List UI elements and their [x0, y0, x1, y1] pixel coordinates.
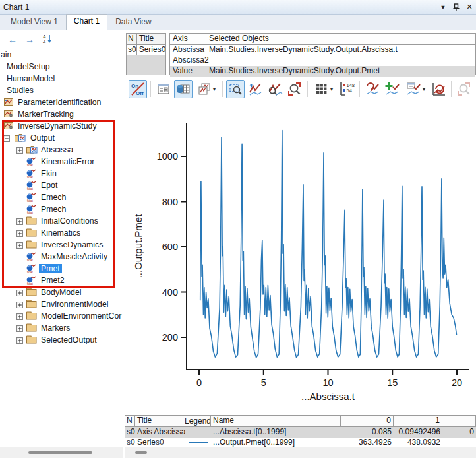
tab-model-view-1[interactable]: Model View 1 — [3, 15, 65, 30]
zoom-in-chart-button[interactable] — [266, 80, 284, 98]
tree-item-modelsetup[interactable]: ModelSetup — [0, 61, 123, 73]
tree-item-label[interactable]: MaxMuscleActivity — [41, 252, 107, 261]
tree-item-label[interactable]: Pmech — [41, 205, 66, 214]
row-value-0: 0.085 — [341, 427, 394, 438]
tree-hscrollbar[interactable] — [0, 447, 123, 458]
expander-plus-icon[interactable] — [16, 313, 23, 322]
tree-item-label[interactable]: HumanModel — [7, 74, 55, 83]
back-arrow-icon[interactable]: ← — [8, 35, 17, 44]
tree-item-maxmuscleactivity[interactable]: floatMaxMuscleActivity — [0, 251, 123, 263]
tree-item-environmentmodel[interactable]: EnvironmentModel — [0, 298, 123, 310]
chevron-down-icon[interactable]: ▼ — [436, 1, 450, 13]
tree-item-pmech[interactable]: floatPmech — [0, 203, 123, 215]
x-tick-label: 10 — [322, 377, 333, 388]
tree-item-label[interactable]: BodyModel — [41, 288, 82, 297]
data-row-0[interactable]: s0Axis Abscissa...Abscissa.t[0..1999]0.0… — [125, 427, 476, 438]
data-table-view-button[interactable] — [174, 80, 193, 98]
add-curve-button[interactable] — [383, 80, 402, 98]
plot-area[interactable] — [187, 123, 469, 370]
tree-item-output[interactable]: Output — [0, 132, 123, 144]
axis-row-value[interactable]: ValueMain.Studies.InverseDynamicStudy.Ou… — [170, 66, 475, 77]
tree-item-label[interactable]: ModelEnvironmentCor — [41, 311, 121, 321]
close-icon[interactable]: ✕ — [463, 1, 476, 13]
tree-item-kinematics[interactable]: Kinematics — [0, 227, 123, 239]
dropdown-arrow-icon[interactable]: ▾ — [330, 86, 333, 92]
forward-arrow-icon[interactable]: → — [25, 35, 34, 44]
zoom-selection-button[interactable] — [226, 80, 245, 98]
chart-properties-button[interactable] — [154, 80, 173, 98]
tree-item-label[interactable]: SelectedOutput — [41, 335, 97, 344]
tree-item-label[interactable]: Pmet2 — [41, 276, 65, 285]
tree-item-selectedoutput[interactable]: SelectedOutput — [0, 334, 123, 346]
expander-plus-icon[interactable] — [16, 337, 23, 346]
axis-row-abscissa[interactable]: AbscissaMain.Studies.InverseDynamicStudy… — [170, 45, 475, 55]
tree-item-label[interactable]: ModelSetup — [7, 62, 50, 71]
expander-plus-icon[interactable] — [16, 218, 23, 227]
tree-item-label[interactable]: ain — [1, 50, 11, 59]
show-values-button[interactable]: 14854 — [338, 80, 356, 98]
chart-windows-button[interactable]: ▾ — [194, 80, 219, 98]
axis-row-abscissa2[interactable]: Abscissa2 — [170, 55, 475, 66]
tree-item-inversedynamics[interactable]: InverseDynamics — [0, 239, 123, 251]
tree-item-label[interactable]: MarkerTracking — [18, 110, 74, 119]
expander-plus-icon[interactable] — [16, 242, 23, 251]
table-hscroll-thumb[interactable] — [135, 451, 147, 454]
tree-item-pmet2[interactable]: floatPmet2 — [0, 275, 123, 286]
tree-item-label[interactable]: Abscissa — [41, 145, 73, 154]
measure-curves-button[interactable] — [363, 80, 382, 98]
table-hscrollbar[interactable] — [125, 447, 476, 458]
dropdown-arrow-icon[interactable]: ▾ — [213, 86, 216, 92]
tab-data-view[interactable]: Data View — [108, 15, 158, 30]
tree-item-initialconditions[interactable]: InitialConditions — [0, 215, 123, 227]
series-row[interactable]: s0 Series0 — [127, 45, 165, 55]
tree-item-markers[interactable]: Markers — [0, 322, 123, 334]
tree-item-label[interactable]: Kinematics — [41, 228, 80, 238]
expander-plus-icon[interactable] — [16, 289, 23, 298]
tree-item-humanmodel[interactable]: HumanModel — [0, 73, 123, 84]
grid-options-button[interactable]: ▾ — [311, 80, 336, 98]
sort-az-icon[interactable]: A Z — [42, 34, 52, 46]
tree-item-ain[interactable]: ain — [0, 49, 123, 61]
tree-item-kinematicerror[interactable]: floatKinematicError — [0, 156, 123, 168]
expander-minus-icon[interactable] — [3, 135, 10, 144]
tree-item-abscissa[interactable]: Abscissa — [0, 144, 123, 156]
tree-item-inversedynamicstudy[interactable]: InverseDynamicStudy — [0, 120, 123, 132]
tree-item-label[interactable]: ParameterIdentification — [18, 98, 101, 107]
tree-item-label[interactable]: InverseDynamicStudy — [18, 121, 97, 131]
series-on-off-button[interactable]: OnOff — [129, 80, 147, 98]
tree-item-label[interactable]: InitialConditions — [41, 216, 98, 226]
tree-item-label[interactable]: Studies — [7, 86, 34, 95]
tree-item-ekin[interactable]: floatEkin — [0, 168, 123, 180]
expander-plus-icon[interactable] — [16, 230, 23, 239]
pan-chart-button[interactable] — [246, 80, 264, 98]
tree-item-label[interactable]: InverseDynamics — [41, 240, 103, 249]
tab-chart-1[interactable]: Chart 1 — [66, 14, 107, 30]
tree-item-modelenvironmentcor[interactable]: ModelEnvironmentCor — [0, 310, 123, 322]
tree-hscroll-thumb[interactable] — [28, 451, 92, 454]
tree-item-label[interactable]: Epot — [41, 181, 57, 190]
tree-item-epot[interactable]: floatEpot — [0, 180, 123, 191]
tree-item-markertracking[interactable]: MarkerTracking — [0, 108, 123, 120]
tree-item-pmet[interactable]: floatPmet — [0, 263, 123, 275]
zoom-reset-button[interactable] — [285, 80, 304, 98]
tree-item-label[interactable]: Pmet — [39, 264, 62, 273]
tree-item-label[interactable]: Ekin — [41, 169, 57, 178]
tree-item-label[interactable]: EnvironmentModel — [41, 300, 109, 309]
expander-plus-icon[interactable] — [16, 301, 23, 310]
curve-properties-button[interactable]: ▾ — [403, 80, 428, 98]
pin-icon[interactable] — [450, 1, 463, 13]
expander-plus-icon[interactable] — [16, 147, 23, 156]
x-tick-label: 0 — [196, 377, 202, 388]
refresh-chart-button[interactable] — [429, 80, 448, 98]
tree-item-studies[interactable]: Studies — [0, 84, 123, 96]
tree-item-emech[interactable]: floatEmech — [0, 191, 123, 203]
tree-item-bodymodel[interactable]: BodyModel — [0, 286, 123, 298]
tree-item-parameteridentification[interactable]: ParameterIdentification — [0, 96, 123, 108]
data-row-1[interactable]: s0Series0...Output.Pmet[0..1999]363.4926… — [125, 438, 476, 448]
dropdown-arrow-icon[interactable]: ▾ — [423, 86, 425, 92]
tree-item-label[interactable]: Output — [30, 133, 55, 143]
expander-plus-icon[interactable] — [16, 325, 23, 334]
tree-item-label[interactable]: KinematicError — [41, 157, 94, 166]
tree-item-label[interactable]: Markers — [41, 323, 70, 333]
tree-item-label[interactable]: Emech — [41, 193, 66, 202]
